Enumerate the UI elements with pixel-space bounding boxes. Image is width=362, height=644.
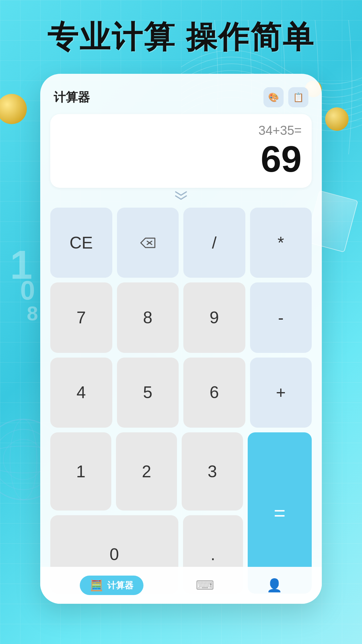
- theme-icon: 🎨: [268, 92, 279, 103]
- svg-point-4: [10, 419, 37, 500]
- one-button[interactable]: 1: [50, 432, 111, 511]
- history-button[interactable]: 📋: [288, 87, 308, 107]
- profile-nav-icon: 👤: [266, 578, 282, 593]
- phone-card: 计算器 🎨 📋 34+35= 69 CE: [40, 74, 322, 604]
- key-row-4: 1 2 3: [50, 432, 243, 511]
- three-button[interactable]: 3: [182, 432, 243, 511]
- four-button[interactable]: 4: [50, 358, 112, 428]
- backspace-button[interactable]: [117, 208, 179, 278]
- hero-title: 专业计算 操作简单: [0, 20, 362, 54]
- keypad: CE / * 7 8 9 - 4 5 6 +: [50, 204, 312, 604]
- display-result: 69: [261, 141, 302, 177]
- bg-number-3: 8: [27, 302, 38, 325]
- key-row-2: 7 8 9 -: [50, 282, 312, 353]
- bottom-nav: 🧮 计算器 ⌨ 👤: [40, 567, 322, 604]
- history-icon: 📋: [293, 92, 304, 103]
- seven-button[interactable]: 7: [50, 282, 112, 353]
- calculator-nav-label: 计算器: [107, 580, 133, 591]
- plus-button[interactable]: +: [250, 358, 312, 428]
- keyboard-nav-icon: ⌨: [196, 578, 214, 593]
- chevron-down: [50, 188, 312, 204]
- nav-item-calculator[interactable]: 🧮 计算器: [80, 576, 143, 595]
- nine-button[interactable]: 9: [183, 282, 245, 353]
- gold-sphere-2: [325, 107, 349, 131]
- bg-number-2: 0: [20, 275, 35, 306]
- nav-item-profile[interactable]: 👤: [266, 578, 282, 593]
- calculator-nav-icon: 🧮: [90, 579, 103, 592]
- five-button[interactable]: 5: [117, 358, 179, 428]
- divide-button[interactable]: /: [183, 208, 245, 278]
- two-button[interactable]: 2: [116, 432, 177, 511]
- eight-button[interactable]: 8: [117, 282, 179, 353]
- six-button[interactable]: 6: [183, 358, 245, 428]
- key-row-3: 4 5 6 +: [50, 358, 312, 428]
- minus-button[interactable]: -: [250, 282, 312, 353]
- theme-button[interactable]: 🎨: [263, 87, 284, 107]
- key-row-1: CE / *: [50, 208, 312, 278]
- header-icons: 🎨 📋: [263, 87, 308, 107]
- nav-item-keyboard[interactable]: ⌨: [196, 578, 214, 593]
- multiply-button[interactable]: *: [250, 208, 312, 278]
- display-area: 34+35= 69: [50, 114, 312, 188]
- app-title: 计算器: [54, 89, 90, 106]
- svg-point-2: [3, 439, 44, 480]
- display-expression: 34+35=: [258, 123, 302, 138]
- app-header: 计算器 🎨 📋: [50, 84, 312, 114]
- ce-button[interactable]: CE: [50, 208, 112, 278]
